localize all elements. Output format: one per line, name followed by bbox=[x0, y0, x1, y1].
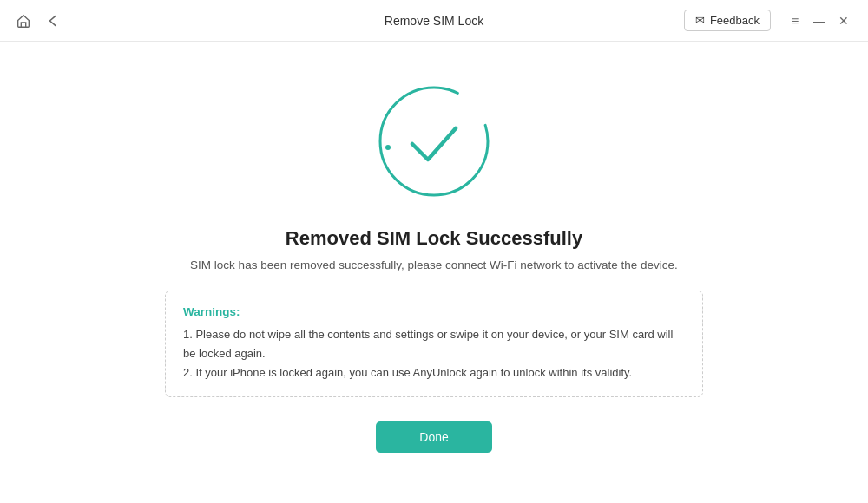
close-button[interactable]: ✕ bbox=[833, 10, 854, 31]
title-bar-left bbox=[14, 11, 62, 30]
title-bar-right: ✉ Feedback ≡ — ✕ bbox=[684, 10, 854, 31]
done-button[interactable]: Done bbox=[376, 421, 491, 453]
feedback-button[interactable]: ✉ Feedback bbox=[684, 10, 771, 31]
svg-point-1 bbox=[385, 145, 391, 150]
success-title: Removed SIM Lock Successfully bbox=[286, 227, 582, 250]
warning-label: Warnings: bbox=[183, 305, 685, 318]
success-animation bbox=[369, 76, 499, 206]
mail-icon: ✉ bbox=[695, 14, 705, 27]
main-content: Removed SIM Lock Successfully SIM lock h… bbox=[0, 42, 868, 479]
back-button[interactable] bbox=[43, 11, 62, 30]
warning-text: 1. Please do not wipe all the contents a… bbox=[183, 325, 685, 382]
title-bar: Remove SIM Lock ✉ Feedback ≡ — ✕ bbox=[0, 0, 868, 42]
warning-line1: 1. Please do not wipe all the contents a… bbox=[183, 328, 673, 360]
success-subtitle: SIM lock has been removed successfully, … bbox=[190, 258, 678, 271]
window-controls: ≡ — ✕ bbox=[785, 10, 854, 31]
svg-point-0 bbox=[380, 88, 488, 195]
warning-line2: 2. If your iPhone is locked again, you c… bbox=[183, 366, 632, 379]
minimize-button[interactable]: — bbox=[809, 10, 830, 31]
window-title: Remove SIM Lock bbox=[385, 14, 483, 28]
warning-box: Warnings: 1. Please do not wipe all the … bbox=[165, 291, 703, 397]
home-button[interactable] bbox=[14, 11, 33, 30]
menu-button[interactable]: ≡ bbox=[785, 10, 806, 31]
